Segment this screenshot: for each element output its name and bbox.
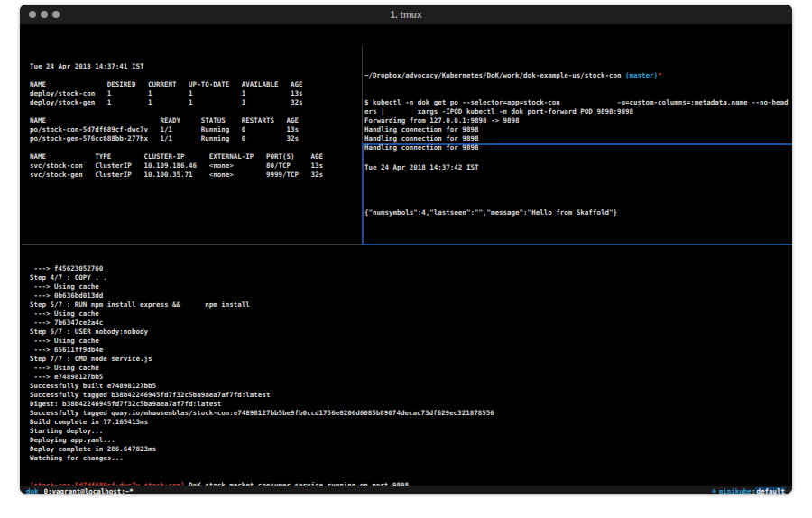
git-branch: (master) (625, 71, 658, 79)
window-tab[interactable]: 0:vagrant@localhost:~* (44, 487, 134, 495)
traffic-lights (29, 11, 60, 18)
pane-skaffold-log[interactable]: ---> f45623052760 Step 4/7 : COPY . . --… (30, 246, 788, 494)
status-right: ☸ minikube : default (712, 487, 786, 495)
kubernetes-icon: ☸ (712, 487, 716, 495)
port-forward-output: $ kubectl -n dok get po --selector=app=s… (364, 98, 790, 153)
session-name: dok (26, 487, 39, 495)
tmux-terminal: Tue 24 Apr 2018 14:37:41 IST NAME DESIRE… (20, 25, 792, 494)
curl-timestamp: Tue 24 Apr 2018 14:37:42 IST (364, 163, 790, 172)
prompt-line: ~/Dropbox/advocacy/Kubernetes/DoK/work/d… (364, 71, 790, 80)
curl-json-response: {"numsymbols":4,"lastseen":"","message":… (364, 208, 790, 217)
close-button[interactable] (29, 11, 36, 18)
window-titlebar[interactable]: 1. tmux (20, 5, 792, 25)
status-left: dok 0:vagrant@localhost:~* (26, 487, 134, 495)
pane-divider-vertical-active[interactable] (362, 143, 364, 245)
kubectl-watch-output: Tue 24 Apr 2018 14:37:41 IST NAME DESIRE… (30, 62, 359, 180)
pane-divider-horizontal-active[interactable] (362, 244, 792, 245)
kube-namespace: default (755, 487, 786, 495)
kube-context: minikube (719, 487, 752, 495)
tmux-status-bar: dok 0:vagrant@localhost:~* ☸ minikube : … (20, 486, 792, 494)
minimize-button[interactable] (41, 11, 48, 18)
window-title: 1. tmux (20, 5, 792, 25)
cwd-path: ~/Dropbox/advocacy/Kubernetes/DoK/work/d… (364, 71, 625, 79)
pane-curl-output[interactable]: Tue 24 Apr 2018 14:37:42 IST {"numsymbol… (364, 145, 790, 236)
pane-divider-horizontal-left[interactable] (22, 244, 362, 245)
pane-divider-vertical[interactable] (362, 46, 363, 143)
pane-kubectl-watch[interactable]: Tue 24 Apr 2018 14:37:41 IST NAME DESIRE… (30, 44, 359, 198)
git-dirty-flag: * (658, 71, 662, 79)
docker-build-output: ---> f45623052760 Step 4/7 : COPY . . --… (30, 264, 788, 463)
terminal-window: 1. tmux Tue 24 Apr 2018 14:37:41 IST NAM… (20, 5, 792, 494)
zoom-button[interactable] (52, 11, 60, 18)
